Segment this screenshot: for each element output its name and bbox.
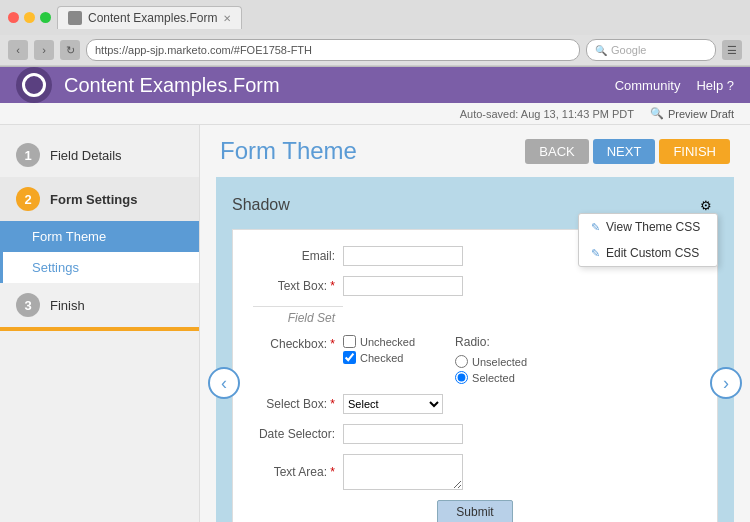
browser-addressbar: ‹ › ↻ https://app-sjp.marketo.com/#FOE17… xyxy=(0,35,750,66)
textarea-input[interactable] xyxy=(343,454,463,490)
sidebar-item-field-details[interactable]: 1 Field Details xyxy=(0,133,199,177)
section-title-text: Shadow xyxy=(232,196,290,214)
step-2-badge: 2 xyxy=(16,187,40,211)
previous-arrow-button[interactable]: ‹ xyxy=(208,367,240,399)
step-1-badge: 1 xyxy=(16,143,40,167)
tab-close-button[interactable]: ✕ xyxy=(223,13,231,24)
back-action-button[interactable]: BACK xyxy=(525,139,588,164)
subheader: Auto-saved: Aug 13, 11:43 PM PDT 🔍 Previ… xyxy=(0,103,750,125)
sidebar: 1 Field Details 2 Form Settings Form The… xyxy=(0,125,200,522)
step-2-label: Form Settings xyxy=(50,192,137,207)
email-label: Email: xyxy=(253,249,343,263)
forward-button[interactable]: › xyxy=(34,40,54,60)
checked-option: Checked xyxy=(343,351,415,364)
tab-label: Content Examples.Form xyxy=(88,11,217,25)
app-body: 1 Field Details 2 Form Settings Form The… xyxy=(0,125,750,522)
edit-custom-css-item[interactable]: ✎ Edit Custom CSS xyxy=(579,240,717,266)
help-link[interactable]: Help ? xyxy=(696,78,734,93)
pencil-icon-2: ✎ xyxy=(591,247,600,260)
unselected-radio[interactable] xyxy=(455,355,468,368)
select-input[interactable]: Select xyxy=(343,394,443,414)
preview-draft-button[interactable]: 🔍 Preview Draft xyxy=(650,107,734,120)
sidebar-item-finish[interactable]: 3 Finish xyxy=(0,283,199,327)
app-title: Content Examples.Form xyxy=(64,74,615,97)
tab-favicon xyxy=(68,11,82,25)
refresh-button[interactable]: ↻ xyxy=(60,40,80,60)
maximize-traffic-light[interactable] xyxy=(40,12,51,23)
checkbox-radio-row: Checkbox: * Unchecked Checked xyxy=(253,335,697,384)
sub-menu: Form Theme Settings xyxy=(0,221,199,283)
minimize-traffic-light[interactable] xyxy=(24,12,35,23)
checkbox-group: Unchecked Checked xyxy=(343,335,415,364)
app-logo xyxy=(16,67,52,103)
community-link[interactable]: Community xyxy=(615,78,681,93)
dropdown-menu: ✎ View Theme CSS ✎ Edit Custom CSS xyxy=(578,213,718,267)
sidebar-item-form-theme[interactable]: Form Theme xyxy=(0,221,199,252)
header-links: Community Help ? xyxy=(615,78,734,93)
select-row: Select Box: * Select xyxy=(253,394,697,414)
date-input[interactable] xyxy=(343,424,463,444)
date-label: Date Selector: xyxy=(253,427,343,441)
step-3-number: 3 xyxy=(24,298,31,313)
settings-label: Settings xyxy=(32,260,79,275)
browser-tab[interactable]: Content Examples.Form ✕ xyxy=(57,6,242,29)
preview-label: Preview Draft xyxy=(668,108,734,120)
checked-checkbox[interactable] xyxy=(343,351,356,364)
textbox-label: Text Box: * xyxy=(253,279,343,293)
sidebar-item-settings[interactable]: Settings xyxy=(0,252,199,283)
gear-icon: ⚙ xyxy=(700,198,712,213)
required-star-3: * xyxy=(330,397,335,411)
radio-group: Radio: Unselected Selected xyxy=(455,335,527,384)
textarea-row: Text Area: * xyxy=(253,454,697,490)
required-star-2: * xyxy=(330,337,335,351)
submit-row: Submit xyxy=(253,500,697,522)
view-theme-css-item[interactable]: ✎ View Theme CSS xyxy=(579,214,717,240)
address-bar[interactable]: https://app-sjp.marketo.com/#FOE1758-FTH xyxy=(86,39,580,61)
search-placeholder: Google xyxy=(611,44,646,56)
step-3-label: Finish xyxy=(50,298,85,313)
fieldset-label: Field Set xyxy=(253,306,343,325)
search-box[interactable]: 🔍 Google xyxy=(586,39,716,61)
left-arrow-icon: ‹ xyxy=(221,373,227,394)
unchecked-option: Unchecked xyxy=(343,335,415,348)
selected-radio[interactable] xyxy=(455,371,468,384)
content-area: Shadow ⚙ ✎ View Theme CSS ✎ Edit Custom … xyxy=(216,177,734,522)
step-1-label: Field Details xyxy=(50,148,122,163)
date-row: Date Selector: xyxy=(253,424,697,444)
magnifier-icon: 🔍 xyxy=(650,107,664,120)
step-1-number: 1 xyxy=(24,148,31,163)
traffic-lights xyxy=(8,12,51,23)
textarea-label: Text Area: * xyxy=(253,465,343,479)
app-container: Content Examples.Form Community Help ? A… xyxy=(0,67,750,521)
unchecked-checkbox[interactable] xyxy=(343,335,356,348)
sidebar-item-form-settings[interactable]: 2 Form Settings xyxy=(0,177,199,221)
action-buttons: BACK NEXT FINISH xyxy=(525,139,730,164)
checkbox-label: Checkbox: * xyxy=(253,335,343,351)
step-3-badge: 3 xyxy=(16,293,40,317)
unchecked-label: Unchecked xyxy=(360,336,415,348)
logo-circle xyxy=(22,73,46,97)
fieldset-row: Field Set xyxy=(253,306,697,325)
textbox-row: Text Box: * xyxy=(253,276,697,296)
unselected-option: Unselected xyxy=(455,355,527,368)
next-action-button[interactable]: NEXT xyxy=(593,139,656,164)
next-arrow-button[interactable]: › xyxy=(710,367,742,399)
autosave-text: Auto-saved: Aug 13, 11:43 PM PDT xyxy=(460,108,634,120)
browser-titlebar: Content Examples.Form ✕ xyxy=(0,0,750,35)
textbox-input[interactable] xyxy=(343,276,463,296)
form-theme-label: Form Theme xyxy=(32,229,106,244)
main-header: Form Theme BACK NEXT FINISH xyxy=(200,125,750,177)
menu-button[interactable]: ☰ xyxy=(722,40,742,60)
submit-button[interactable]: Submit xyxy=(437,500,512,522)
back-button[interactable]: ‹ xyxy=(8,40,28,60)
selected-label: Selected xyxy=(472,372,515,384)
radio-group-label: Radio: xyxy=(455,335,527,349)
email-input[interactable] xyxy=(343,246,463,266)
edit-custom-css-label: Edit Custom CSS xyxy=(606,246,699,260)
close-traffic-light[interactable] xyxy=(8,12,19,23)
step-2-number: 2 xyxy=(24,192,31,207)
browser-chrome: Content Examples.Form ✕ ‹ › ↻ https://ap… xyxy=(0,0,750,67)
address-text: https://app-sjp.marketo.com/#FOE1758-FTH xyxy=(95,44,312,56)
sidebar-bottom-accent xyxy=(0,327,199,331)
finish-action-button[interactable]: FINISH xyxy=(659,139,730,164)
